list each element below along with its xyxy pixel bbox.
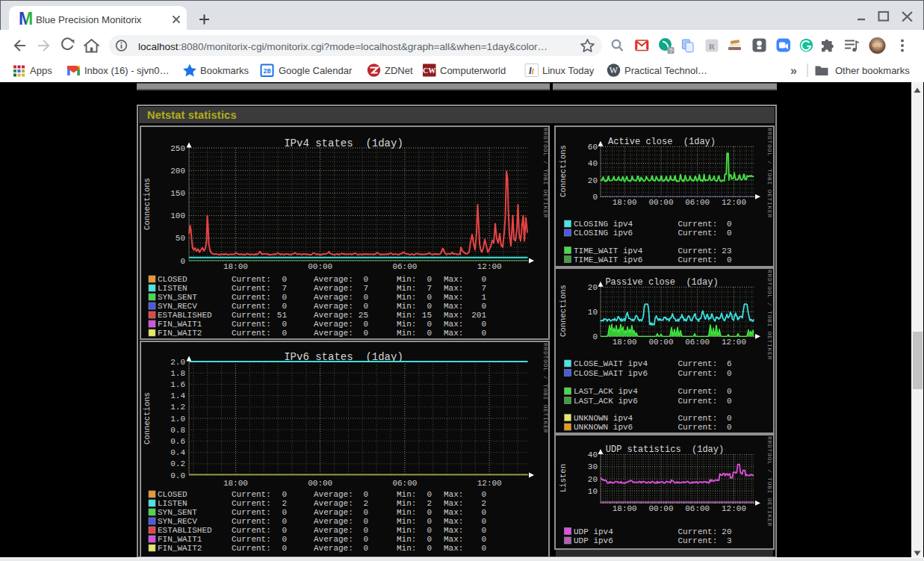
svg-text:0: 0: [282, 275, 287, 284]
svg-text:?: ?: [669, 47, 673, 55]
svg-text:Connections: Connections: [559, 285, 568, 337]
svg-text:CLOSING ipv4: CLOSING ipv4: [574, 220, 633, 229]
svg-text:M: M: [19, 9, 33, 28]
svg-text:Current:: Current:: [232, 320, 271, 329]
svg-text:2: 2: [481, 499, 486, 508]
svg-text:Max:: Max:: [444, 508, 463, 517]
svg-text:R: R: [709, 42, 716, 51]
svg-text:SYN_SENT: SYN_SENT: [158, 508, 197, 517]
svg-text:Max:: Max:: [444, 535, 463, 544]
svg-text:SYN_RECV: SYN_RECV: [158, 517, 197, 526]
svg-text:Current:: Current:: [232, 499, 271, 508]
svg-text:00:00: 00:00: [308, 479, 332, 488]
svg-text:0: 0: [481, 508, 486, 517]
svg-text:LAST_ACK ipv6: LAST_ACK ipv6: [574, 397, 638, 406]
svg-text:0.6: 0.6: [170, 437, 185, 446]
svg-text:28: 28: [263, 67, 270, 75]
svg-text:Current:: Current:: [232, 535, 271, 544]
svg-text:0: 0: [363, 320, 368, 329]
svg-text:200: 200: [170, 167, 185, 176]
svg-text:23: 23: [722, 247, 731, 255]
svg-text:0: 0: [427, 508, 432, 517]
svg-text:»: »: [790, 64, 797, 77]
svg-text:Current:: Current:: [232, 508, 271, 517]
svg-text:0: 0: [363, 517, 368, 526]
svg-text:LISTEN: LISTEN: [158, 499, 187, 508]
svg-text:1.2: 1.2: [170, 403, 185, 412]
svg-text:51: 51: [277, 311, 288, 320]
svg-text:3: 3: [727, 536, 732, 545]
svg-text:0: 0: [363, 275, 368, 284]
svg-text:0: 0: [481, 544, 486, 553]
svg-text:UDP ipv6: UDP ipv6: [574, 536, 613, 545]
svg-text:Connections: Connections: [143, 392, 152, 444]
svg-text:40: 40: [588, 450, 598, 459]
svg-text:0: 0: [481, 320, 486, 329]
svg-text:Max:: Max:: [444, 320, 463, 329]
svg-text:Average:: Average:: [314, 535, 353, 544]
svg-text:06:00: 06:00: [685, 338, 710, 347]
svg-text:Current:: Current:: [232, 329, 271, 338]
svg-text:RRDTOOL / TOBI OETIKER: RRDTOOL / TOBI OETIKER: [766, 436, 773, 527]
svg-text:18:00: 18:00: [613, 338, 637, 347]
svg-text:Current:: Current:: [232, 293, 271, 302]
svg-text:Min:: Min:: [397, 544, 416, 553]
svg-text:0: 0: [427, 329, 432, 338]
svg-text:FIN_WAIT1: FIN_WAIT1: [158, 320, 202, 329]
svg-text:UDP statistics (1day): UDP statistics (1day): [606, 444, 724, 455]
svg-text:0: 0: [282, 490, 287, 499]
svg-text:60: 60: [588, 143, 598, 152]
svg-text:CLOSED: CLOSED: [158, 490, 187, 499]
svg-text:10: 10: [588, 308, 598, 317]
svg-text:Average:: Average:: [314, 293, 353, 302]
svg-text:0: 0: [427, 526, 432, 535]
svg-text:0: 0: [427, 544, 432, 553]
svg-text:FIN_WAIT2: FIN_WAIT2: [158, 329, 202, 338]
svg-text:Active close (1day): Active close (1day): [608, 137, 716, 147]
svg-text:Max:: Max:: [444, 329, 463, 338]
svg-text:0.8: 0.8: [170, 426, 185, 435]
svg-text:Average:: Average:: [314, 320, 353, 329]
svg-text:Min:: Min:: [397, 275, 416, 284]
svg-text:Current:: Current:: [232, 275, 271, 284]
svg-text:20: 20: [588, 475, 598, 484]
svg-text:Min:: Min:: [397, 499, 416, 508]
svg-text:0: 0: [282, 544, 287, 553]
svg-text:Min:: Min:: [397, 535, 416, 544]
svg-text:SYN_SENT: SYN_SENT: [158, 293, 197, 302]
svg-text:0.2: 0.2: [170, 459, 185, 468]
svg-text:Max:: Max:: [444, 293, 463, 302]
svg-text:Average:: Average:: [314, 302, 353, 311]
svg-text:Current:: Current:: [678, 536, 718, 545]
svg-text:0: 0: [727, 387, 732, 396]
svg-text:0: 0: [427, 490, 432, 499]
svg-text:Current:: Current:: [232, 517, 271, 526]
svg-text:CLOSING ipv6: CLOSING ipv6: [574, 229, 633, 238]
svg-text:Max:: Max:: [444, 284, 463, 293]
svg-text:Current:: Current:: [678, 247, 718, 255]
svg-text:0: 0: [282, 508, 287, 517]
svg-text:06:00: 06:00: [392, 479, 417, 488]
svg-text:18:00: 18:00: [223, 262, 248, 271]
svg-text:0: 0: [180, 257, 185, 266]
svg-text:0.4: 0.4: [170, 448, 185, 457]
svg-text:RRDTOOL / TOBI OETIKER: RRDTOOL / TOBI OETIKER: [766, 270, 773, 360]
svg-text:Max:: Max:: [444, 302, 463, 311]
svg-text:Max:: Max:: [444, 499, 463, 508]
svg-text:20: 20: [722, 527, 731, 536]
svg-text:0: 0: [481, 275, 486, 284]
svg-text:0: 0: [481, 329, 486, 338]
svg-text:ESTABLISHED: ESTABLISHED: [158, 526, 212, 535]
svg-text:CLOSED: CLOSED: [158, 275, 187, 284]
svg-text:Max:: Max:: [444, 526, 463, 535]
svg-text:Current:: Current:: [232, 311, 271, 320]
svg-text:06:00: 06:00: [685, 504, 710, 513]
svg-text:0: 0: [282, 535, 287, 544]
svg-text:00:00: 00:00: [648, 338, 673, 347]
svg-text:0: 0: [363, 508, 368, 517]
svg-text:25: 25: [359, 311, 368, 320]
svg-text:7: 7: [427, 284, 432, 293]
svg-text:Average:: Average:: [314, 508, 353, 517]
svg-text:0: 0: [727, 229, 732, 238]
svg-text:CW: CW: [423, 66, 435, 75]
